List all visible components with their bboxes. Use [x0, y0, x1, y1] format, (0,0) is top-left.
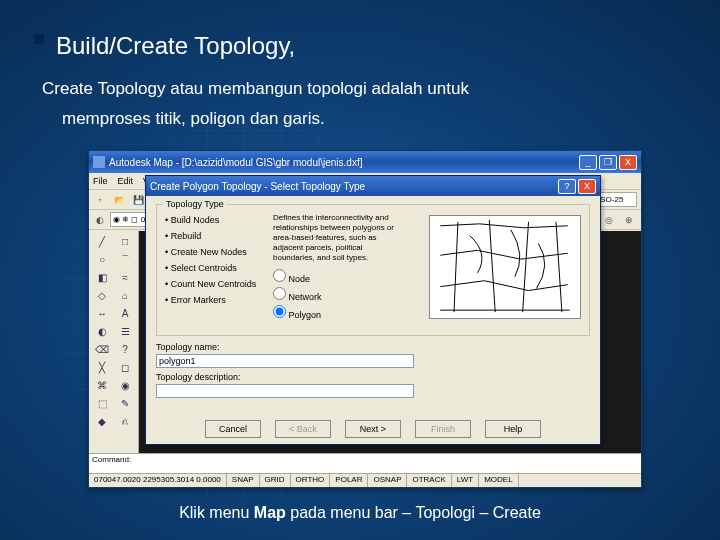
palette-tool-4[interactable]: ◧ — [91, 269, 113, 286]
maximize-button[interactable]: ❐ — [599, 155, 617, 170]
cancel-button[interactable]: Cancel — [205, 420, 261, 438]
dialog-title: Create Polygon Topology - Select Topolog… — [150, 181, 365, 192]
status-model[interactable]: MODEL — [479, 474, 518, 487]
finish-button[interactable]: Finish — [415, 420, 471, 438]
palette-tool-0[interactable]: ╱ — [91, 233, 113, 250]
palette-tool-19[interactable]: ✎ — [114, 395, 136, 412]
palette-tool-7[interactable]: ⌂ — [114, 287, 136, 304]
tool-r5-icon[interactable]: ⊕ — [620, 212, 638, 228]
palette-tool-9[interactable]: A — [114, 305, 136, 322]
tool-r4-icon[interactable]: ◎ — [600, 212, 618, 228]
dialog-titlebar: Create Polygon Topology - Select Topolog… — [146, 176, 600, 196]
palette-tool-5[interactable]: ≈ — [114, 269, 136, 286]
app-window: Autodesk Map - [D:\azizid\modul GIS\gbr … — [88, 150, 642, 488]
status-polar[interactable]: POLAR — [330, 474, 368, 487]
palette-tool-16[interactable]: ⌘ — [91, 377, 113, 394]
status-bar: 070047.0020 2295305.3014 0.0000 SNAPGRID… — [89, 473, 641, 487]
status-coords: 070047.0020 2295305.3014 0.0000 — [89, 474, 227, 487]
app-icon — [93, 156, 105, 168]
topology-type-group: Topology Type • Build Nodes• Rebuild• Cr… — [156, 204, 590, 336]
step-list: • Build Nodes• Rebuild• Create New Nodes… — [165, 213, 273, 309]
radio-polygon[interactable]: Polygon — [273, 305, 403, 323]
palette-tool-21[interactable]: ⎌ — [114, 413, 136, 430]
palette-tool-1[interactable]: □ — [114, 233, 136, 250]
command-line[interactable]: Command: — [89, 453, 641, 473]
layer-icon[interactable]: ◐ — [91, 212, 109, 228]
status-snap[interactable]: SNAP — [227, 474, 260, 487]
dim-style-dropdown[interactable]: ISO-25 — [595, 192, 637, 207]
topology-preview — [429, 215, 581, 319]
step-3: • Select Centroids — [165, 261, 273, 276]
palette-tool-17[interactable]: ◉ — [114, 377, 136, 394]
tool-palette: ╱□○⌒◧≈◇⌂↔A◐☰⌫?╳◻⌘◉⬚✎◆⎌ — [89, 231, 139, 453]
bullet-square — [34, 34, 44, 44]
status-otrack[interactable]: OTRACK — [407, 474, 451, 487]
step-2: • Create New Nodes — [165, 245, 273, 260]
app-titlebar: Autodesk Map - [D:\azizid\modul GIS\gbr … — [89, 151, 641, 173]
palette-tool-11[interactable]: ☰ — [114, 323, 136, 340]
palette-tool-13[interactable]: ? — [114, 341, 136, 358]
slide-body-2: memproses titik, poligon dan garis. — [62, 106, 680, 132]
palette-tool-2[interactable]: ○ — [91, 251, 113, 268]
menu-edit[interactable]: Edit — [118, 176, 134, 186]
radio-node[interactable]: Node — [273, 269, 403, 287]
palette-tool-3[interactable]: ⌒ — [114, 251, 136, 268]
topology-desc-label: Topology description: — [156, 372, 590, 382]
topology-name-label: Topology name: — [156, 342, 590, 352]
palette-tool-14[interactable]: ╳ — [91, 359, 113, 376]
app-title: Autodesk Map - [D:\azizid\modul GIS\gbr … — [109, 157, 362, 168]
status-grid[interactable]: GRID — [260, 474, 291, 487]
next-button[interactable]: Next > — [345, 420, 401, 438]
group-title: Topology Type — [163, 199, 227, 209]
tool-new-icon[interactable]: ▫ — [91, 192, 109, 208]
slide-body-1: Create Topology atau membangun topologi … — [42, 76, 680, 102]
step-4: • Count New Centroids — [165, 277, 273, 292]
slide-caption: Klik menu Map pada menu bar – Topologi –… — [0, 504, 720, 522]
create-topology-dialog: Create Polygon Topology - Select Topolog… — [145, 175, 601, 445]
slide-title: Build/Create Topology, — [56, 28, 680, 64]
step-0: • Build Nodes — [165, 213, 273, 228]
menu-file[interactable]: File — [93, 176, 108, 186]
status-ortho[interactable]: ORTHO — [291, 474, 331, 487]
palette-tool-12[interactable]: ⌫ — [91, 341, 113, 358]
dialog-close-button[interactable]: X — [578, 179, 596, 194]
palette-tool-6[interactable]: ◇ — [91, 287, 113, 304]
svg-rect-0 — [430, 216, 579, 318]
tool-open-icon[interactable]: 📂 — [110, 192, 128, 208]
palette-tool-8[interactable]: ↔ — [91, 305, 113, 322]
type-description: Defines the interconnectivity and relati… — [273, 213, 403, 263]
palette-tool-10[interactable]: ◐ — [91, 323, 113, 340]
palette-tool-18[interactable]: ⬚ — [91, 395, 113, 412]
palette-tool-20[interactable]: ◆ — [91, 413, 113, 430]
status-lwt[interactable]: LWT — [452, 474, 479, 487]
help-button[interactable]: Help — [485, 420, 541, 438]
topology-name-input[interactable] — [156, 354, 414, 368]
back-button[interactable]: < Back — [275, 420, 331, 438]
dialog-help-button[interactable]: ? — [558, 179, 576, 194]
step-1: • Rebuild — [165, 229, 273, 244]
radio-network[interactable]: Network — [273, 287, 403, 305]
topology-desc-input[interactable] — [156, 384, 414, 398]
close-button[interactable]: X — [619, 155, 637, 170]
step-5: • Error Markers — [165, 293, 273, 308]
palette-tool-15[interactable]: ◻ — [114, 359, 136, 376]
status-osnap[interactable]: OSNAP — [368, 474, 407, 487]
minimize-button[interactable]: _ — [579, 155, 597, 170]
